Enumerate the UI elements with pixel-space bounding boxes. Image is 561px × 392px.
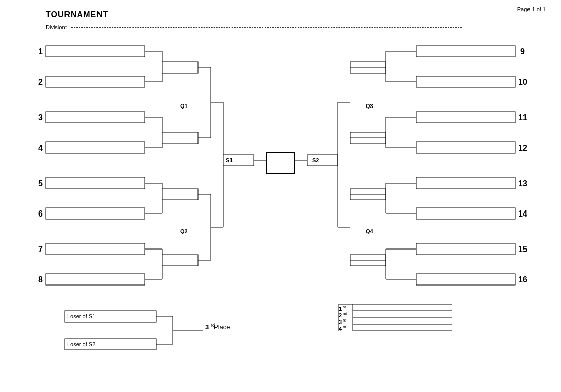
svg-text:nd: nd <box>343 311 347 316</box>
svg-text:13: 13 <box>518 179 527 188</box>
svg-text:11: 11 <box>518 113 527 122</box>
svg-rect-69 <box>416 112 515 123</box>
svg-text:4: 4 <box>38 144 43 152</box>
svg-text:rd: rd <box>343 318 346 323</box>
svg-text:3: 3 <box>339 319 342 325</box>
svg-text:1: 1 <box>38 47 43 56</box>
svg-rect-21 <box>46 177 145 189</box>
svg-text:st: st <box>343 305 346 309</box>
svg-text:Loser of S2: Loser of S2 <box>67 341 95 347</box>
svg-text:Loser of S1: Loser of S1 <box>67 313 95 319</box>
svg-rect-30 <box>46 274 145 285</box>
svg-text:3: 3 <box>38 113 43 122</box>
svg-rect-9 <box>46 142 145 153</box>
svg-text:12: 12 <box>518 144 527 152</box>
svg-text:S2: S2 <box>312 157 319 163</box>
svg-text:Place: Place <box>214 323 230 331</box>
svg-rect-2 <box>46 76 145 87</box>
svg-rect-23 <box>46 208 145 219</box>
svg-text:14: 14 <box>518 209 527 218</box>
svg-rect-16 <box>162 132 198 144</box>
svg-rect-86 <box>416 208 515 219</box>
division-line: Division: <box>46 24 462 30</box>
svg-text:9: 9 <box>520 47 525 56</box>
svg-text:1: 1 <box>339 306 342 312</box>
svg-rect-36 <box>162 255 198 266</box>
svg-rect-67 <box>416 76 515 87</box>
svg-text:4: 4 <box>339 326 342 332</box>
page: Page 1 of 1 TOURNAMENT Division: 1 2 3 4 <box>0 0 561 392</box>
svg-rect-28 <box>46 243 145 255</box>
svg-text:Q4: Q4 <box>366 228 374 234</box>
page-number: Page 1 of 1 <box>517 6 546 12</box>
svg-rect-35 <box>162 189 198 200</box>
svg-text:6: 6 <box>38 209 43 218</box>
svg-text:Q1: Q1 <box>180 103 188 109</box>
svg-rect-65 <box>416 46 515 57</box>
svg-text:Q3: Q3 <box>366 103 373 109</box>
svg-text:2: 2 <box>38 78 43 86</box>
svg-text:16: 16 <box>518 275 527 284</box>
svg-rect-90 <box>416 274 515 285</box>
svg-text:5: 5 <box>38 179 43 188</box>
svg-text:2: 2 <box>339 312 342 318</box>
svg-text:S1: S1 <box>226 157 233 163</box>
svg-rect-88 <box>416 243 515 255</box>
svg-text:Q2: Q2 <box>180 228 188 234</box>
svg-rect-84 <box>416 177 515 189</box>
svg-text:th: th <box>343 325 346 329</box>
svg-rect-15 <box>162 62 198 73</box>
svg-text:10: 10 <box>518 78 527 86</box>
svg-rect-71 <box>416 142 515 153</box>
svg-rect-7 <box>46 112 145 123</box>
svg-rect-14 <box>162 62 198 139</box>
svg-rect-49 <box>307 155 338 166</box>
svg-rect-0 <box>46 46 145 57</box>
svg-text:7: 7 <box>38 245 43 254</box>
tournament-title: TOURNAMENT <box>46 10 108 19</box>
svg-rect-47 <box>267 152 294 173</box>
svg-text:15: 15 <box>518 245 527 254</box>
svg-text:3: 3 <box>205 323 209 331</box>
svg-text:8: 8 <box>38 275 43 284</box>
